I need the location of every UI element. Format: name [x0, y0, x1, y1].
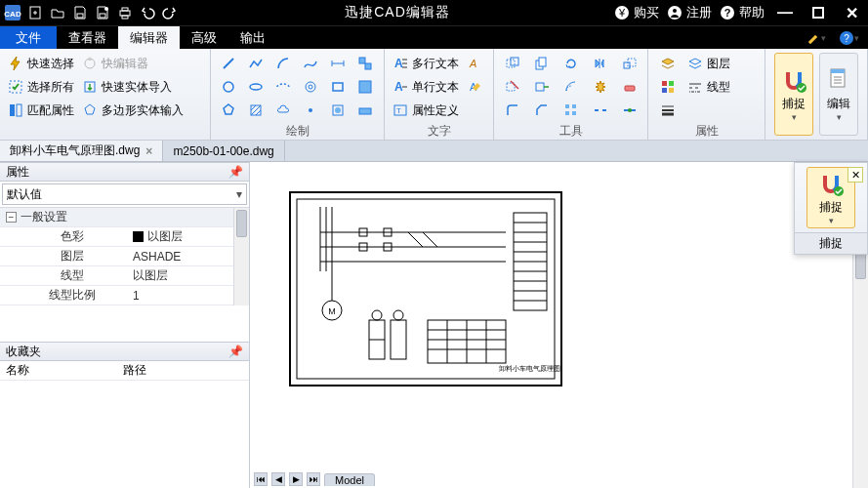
mirror-icon[interactable] — [588, 53, 613, 74]
text-style-icon[interactable]: A — [465, 53, 486, 74]
menu-help-icon[interactable]: ?▾ — [835, 28, 862, 48]
tab-next-icon[interactable]: ▶ — [289, 472, 303, 486]
polygon-draw-icon[interactable] — [217, 100, 240, 121]
spline-icon[interactable] — [299, 53, 322, 74]
fillet-icon[interactable] — [500, 100, 525, 121]
singleline-text-button[interactable]: A单行文本 — [391, 76, 461, 98]
offset-icon[interactable] — [558, 76, 584, 98]
tab-first-icon[interactable]: ⏮ — [254, 472, 268, 486]
color-props-icon[interactable] — [654, 76, 682, 98]
save-as-icon[interactable] — [92, 3, 113, 22]
draw-extra1-icon[interactable] — [326, 100, 350, 121]
linetype-icon — [687, 79, 703, 95]
properties-combo[interactable]: 默认值▾ — [2, 183, 247, 205]
close-tab-icon[interactable]: × — [145, 144, 152, 158]
menu-paint-icon[interactable]: ▾ — [802, 28, 829, 48]
register-link[interactable]: 注册 — [667, 4, 712, 21]
quick-editor-button[interactable]: 快编辑器 — [80, 53, 186, 74]
layer-props-icon[interactable] — [654, 53, 682, 74]
print-icon[interactable] — [114, 3, 136, 22]
help-label: 帮助 — [739, 4, 765, 21]
file-tab-0[interactable]: 卸料小车电气原理图.dwg× — [0, 141, 163, 161]
move-icon[interactable] — [500, 53, 525, 74]
linetype-button[interactable]: 线型 — [685, 76, 732, 98]
hatch-icon[interactable] — [244, 100, 268, 121]
array-icon[interactable] — [558, 100, 584, 121]
close-button[interactable]: ✕ — [839, 2, 864, 23]
model-tab[interactable]: Model — [324, 473, 375, 486]
quick-select-button[interactable]: 快速选择 — [6, 53, 76, 74]
prop-row-color[interactable]: 色彩以图层 — [0, 227, 249, 247]
maximize-button[interactable] — [806, 2, 831, 23]
hatch-group-icon[interactable] — [353, 76, 377, 98]
drawing-canvas[interactable]: M 卸料小车电气原理图 ⏮ ◀ ▶ ⏭ — [250, 162, 868, 488]
block-icon[interactable] — [353, 53, 377, 74]
favorites-col-path[interactable]: 路径 — [117, 362, 146, 379]
save-icon[interactable] — [69, 3, 91, 22]
pin-icon[interactable]: 📌 — [228, 165, 243, 179]
svg-rect-22 — [17, 104, 21, 116]
redo-icon[interactable] — [159, 3, 181, 22]
favorites-list[interactable] — [0, 381, 249, 488]
tab-viewer[interactable]: 查看器 — [57, 26, 118, 49]
copy-icon[interactable] — [529, 53, 555, 74]
extend-icon[interactable] — [529, 76, 555, 98]
draw-extra2-icon[interactable] — [353, 100, 377, 121]
tab-prev-icon[interactable]: ◀ — [271, 472, 285, 486]
file-tab-1[interactable]: m250b-01-00e.dwg — [163, 141, 284, 161]
point-icon[interactable] — [299, 100, 322, 121]
new-icon[interactable] — [24, 3, 46, 22]
tab-last-icon[interactable]: ⏭ — [307, 472, 320, 486]
undo-icon[interactable] — [137, 3, 158, 22]
favorites-col-name[interactable]: 名称 — [0, 362, 117, 379]
line-icon[interactable] — [217, 53, 240, 74]
snap-button[interactable]: 捕捉 ▾ — [774, 53, 813, 136]
tab-advanced[interactable]: 高级 — [180, 26, 228, 49]
match-props-button[interactable]: 匹配属性 — [6, 100, 76, 121]
file-menu[interactable]: 文件 — [0, 26, 57, 49]
help-link[interactable]: ?帮助 — [720, 4, 765, 21]
app-logo[interactable]: CAD — [2, 3, 23, 22]
join-icon[interactable] — [617, 100, 642, 121]
open-icon[interactable] — [47, 3, 68, 22]
svg-text:A: A — [394, 57, 403, 70]
prop-section-header[interactable]: −一般设置 — [0, 208, 249, 227]
break-icon[interactable] — [588, 100, 613, 121]
buy-label: 购买 — [634, 4, 659, 21]
cloud-icon[interactable] — [271, 100, 295, 121]
trim-icon[interactable] — [500, 76, 525, 98]
panel-close-icon[interactable]: ✕ — [847, 167, 863, 183]
attr-def-button[interactable]: T属性定义 — [391, 100, 461, 121]
buy-link[interactable]: ¥购买 — [614, 4, 659, 21]
text-edit-icon[interactable]: A — [465, 76, 486, 98]
prop-row-layer[interactable]: 图层ASHADE — [0, 247, 249, 266]
circle-icon[interactable] — [217, 76, 240, 98]
polygon-entity-input-button[interactable]: 多边形实体输入 — [80, 100, 186, 121]
dimension-icon[interactable] — [326, 53, 350, 74]
properties-scrollbar[interactable] — [233, 208, 249, 305]
pin-icon[interactable]: 📌 — [228, 345, 243, 358]
scale-icon[interactable] — [617, 53, 642, 74]
prop-row-linescale[interactable]: 线型比例1 — [0, 286, 249, 305]
ring-icon[interactable] — [299, 76, 322, 98]
tab-output[interactable]: 输出 — [228, 26, 277, 49]
chamfer-icon[interactable] — [529, 100, 555, 121]
svg-rect-59 — [624, 62, 630, 68]
multiline-text-button[interactable]: A多行文本 — [391, 53, 461, 74]
tab-editor[interactable]: 编辑器 — [118, 26, 180, 49]
ellipse-icon[interactable] — [244, 76, 268, 98]
quick-entity-import-button[interactable]: 快速实体导入 — [80, 76, 186, 98]
rotate-icon[interactable] — [558, 53, 584, 74]
polyline-icon[interactable] — [244, 53, 268, 74]
select-all-button[interactable]: 选择所有 — [6, 76, 76, 98]
ellipse-arc-icon[interactable] — [271, 76, 295, 98]
rect-icon[interactable] — [326, 76, 350, 98]
edit-button[interactable]: 编辑 ▾ — [819, 53, 858, 136]
prop-row-linetype[interactable]: 线型以图层 — [0, 266, 249, 286]
layer-button[interactable]: 图层 — [685, 53, 732, 74]
minimize-button[interactable]: — — [772, 2, 798, 23]
lineweight-icon[interactable] — [654, 100, 682, 121]
explode-icon[interactable] — [588, 76, 613, 98]
arc-icon[interactable] — [271, 53, 295, 74]
erase-icon[interactable] — [617, 76, 642, 98]
